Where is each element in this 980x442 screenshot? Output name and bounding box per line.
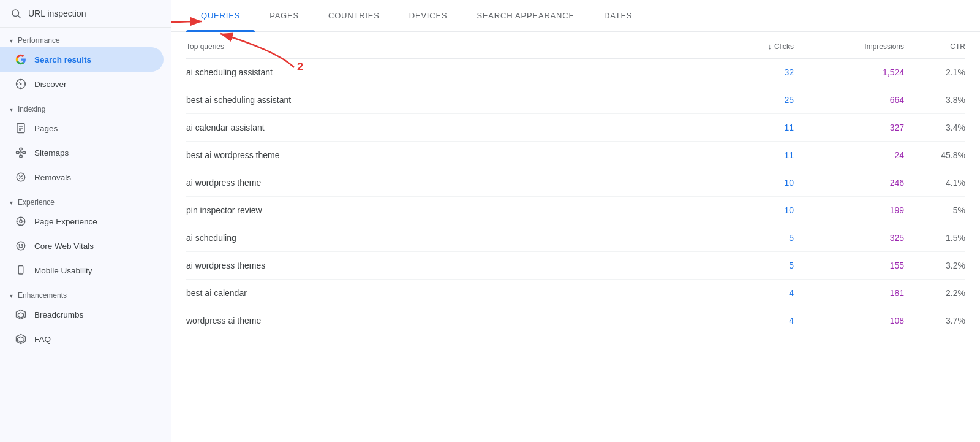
impressions-value: 24: [794, 150, 904, 160]
clicks-value: 10: [708, 205, 794, 215]
query-text: best ai wordpress theme: [186, 150, 708, 160]
sitemaps-icon: [15, 147, 27, 159]
table-row[interactable]: ai scheduling 5 325 1.5%: [186, 224, 965, 252]
clicks-value: 5: [708, 261, 794, 270]
search-results-label: Search results: [34, 55, 91, 64]
clicks-value: 4: [708, 288, 794, 298]
table-row[interactable]: wordpress ai theme 4 108 3.7%: [186, 307, 965, 334]
sidebar-item-breadcrumbs[interactable]: Breadcrumbs: [0, 302, 164, 327]
impressions-value: 246: [794, 178, 904, 188]
svg-rect-7: [20, 148, 23, 150]
clicks-value: 11: [708, 150, 794, 160]
enhancements-section-header[interactable]: ▾ Enhancements: [0, 283, 171, 302]
url-inspection-label: URL inspection: [28, 9, 86, 18]
chevron-down-icon: ▾: [10, 37, 13, 44]
svg-rect-10: [20, 156, 23, 158]
query-text: ai wordpress theme: [186, 178, 708, 188]
table-header: Top queries ↓ Clicks Impressions CTR: [186, 32, 965, 59]
core-web-vitals-icon: [15, 240, 27, 252]
sidebar: URL inspection ▾ Performance Search resu…: [0, 0, 172, 442]
impressions-value: 664: [794, 95, 904, 105]
breadcrumbs-icon: [15, 308, 27, 321]
page-experience-icon: [15, 215, 27, 227]
impressions-value: 155: [794, 261, 904, 270]
clicks-value: 25: [708, 95, 794, 105]
svg-marker-26: [18, 337, 24, 342]
indexing-section-header[interactable]: ▾ Indexing: [0, 96, 171, 116]
tab-countries[interactable]: COUNTRIES: [314, 0, 394, 31]
table-row[interactable]: ai wordpress theme 10 246 4.1%: [186, 169, 965, 197]
sidebar-item-faq[interactable]: FAQ: [0, 327, 164, 351]
svg-point-19: [19, 245, 20, 246]
impressions-value: 181: [794, 288, 904, 298]
core-web-vitals-label: Core Web Vitals: [34, 242, 94, 251]
ctr-value: 3.7%: [904, 316, 965, 326]
faq-icon: [15, 333, 27, 345]
table-row[interactable]: best ai wordpress theme 11 24 45.8%: [186, 142, 965, 169]
removals-icon: [15, 171, 27, 183]
sidebar-item-sitemaps[interactable]: Sitemaps: [0, 140, 164, 165]
table-row[interactable]: ai calendar assistant 11 327 3.4%: [186, 114, 965, 142]
tab-dates[interactable]: DATES: [589, 0, 647, 31]
query-text: ai calendar assistant: [186, 123, 708, 132]
faq-label: FAQ: [34, 335, 51, 344]
table-row[interactable]: ai scheduling assistant 32 1,524 2.1%: [186, 59, 965, 86]
table-row[interactable]: pin inspector review 10 199 5%: [186, 197, 965, 224]
sidebar-item-core-web-vitals[interactable]: Core Web Vitals: [0, 234, 164, 258]
sidebar-item-search-results[interactable]: Search results: [0, 47, 164, 72]
ctr-value: 2.1%: [904, 67, 965, 77]
svg-line-1: [18, 16, 21, 18]
ctr-value: 1.5%: [904, 233, 965, 243]
discover-label: Discover: [34, 80, 67, 89]
sort-arrow-icon: ↓: [768, 42, 772, 51]
table-area: Top queries ↓ Clicks Impressions CTR ai …: [172, 32, 980, 442]
table-row[interactable]: ai wordpress themes 5 155 3.2%: [186, 252, 965, 280]
clicks-value: 11: [708, 123, 794, 132]
pages-icon: [15, 122, 27, 134]
impressions-value: 1,524: [794, 67, 904, 77]
ctr-value: 45.8%: [904, 150, 965, 160]
ctr-header[interactable]: CTR: [904, 42, 965, 51]
clicks-header[interactable]: ↓ Clicks: [708, 42, 794, 51]
ctr-value: 2.2%: [904, 288, 965, 298]
mobile-usability-icon: [15, 264, 27, 276]
main-content: QUERIES PAGES COUNTRIES DEVICES SEARCH A…: [172, 0, 980, 442]
ctr-value: 3.2%: [904, 261, 965, 270]
impressions-header[interactable]: Impressions: [794, 42, 904, 51]
ctr-value: 3.8%: [904, 95, 965, 105]
table-row[interactable]: best ai calendar 4 181 2.2%: [186, 280, 965, 307]
query-text: ai wordpress themes: [186, 261, 708, 270]
impressions-value: 325: [794, 233, 904, 243]
removals-label: Removals: [34, 173, 71, 182]
sidebar-item-url-inspection[interactable]: URL inspection: [0, 0, 171, 28]
sidebar-item-pages[interactable]: Pages: [0, 116, 164, 140]
impressions-value: 108: [794, 316, 904, 326]
query-text: pin inspector review: [186, 205, 708, 215]
table-row[interactable]: best ai scheduling assistant 25 664 3.8%: [186, 86, 965, 114]
experience-section-header[interactable]: ▾ Experience: [0, 189, 171, 209]
pages-label: Pages: [34, 124, 58, 133]
sidebar-item-page-experience[interactable]: Page Experience: [0, 209, 164, 234]
sidebar-item-mobile-usability[interactable]: Mobile Usability: [0, 258, 164, 283]
performance-section-header[interactable]: ▾ Performance: [0, 28, 171, 47]
tab-devices[interactable]: DEVICES: [394, 0, 462, 31]
sitemaps-label: Sitemaps: [34, 148, 69, 158]
mobile-usability-label: Mobile Usability: [34, 266, 92, 275]
tab-pages[interactable]: PAGES: [255, 0, 314, 31]
tab-search-appearance[interactable]: SEARCH APPEARANCE: [462, 0, 589, 31]
clicks-value: 5: [708, 233, 794, 243]
tab-queries[interactable]: QUERIES: [186, 0, 255, 31]
chevron-down-icon-enhancements: ▾: [10, 292, 13, 299]
svg-point-2: [20, 83, 21, 85]
sidebar-item-discover[interactable]: Discover: [0, 72, 164, 96]
ctr-value: 5%: [904, 205, 965, 215]
search-icon: [10, 7, 22, 20]
query-text: best ai calendar: [186, 288, 708, 298]
ctr-value: 4.1%: [904, 178, 965, 188]
sidebar-item-removals[interactable]: Removals: [0, 165, 164, 189]
ctr-value: 3.4%: [904, 123, 965, 132]
svg-point-17: [20, 220, 23, 223]
query-text: ai scheduling: [186, 233, 708, 243]
impressions-value: 199: [794, 205, 904, 215]
impressions-value: 327: [794, 123, 904, 132]
